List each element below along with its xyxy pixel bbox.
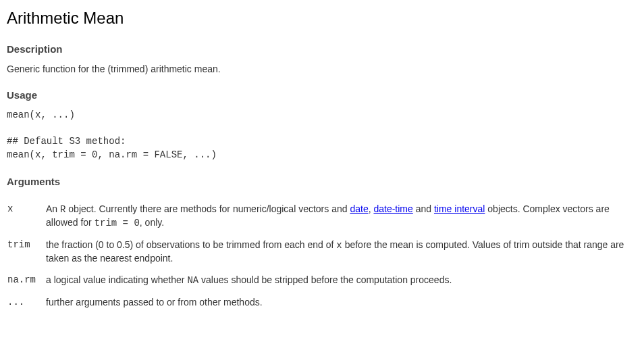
argument-description: the fraction (0 to 0.5) of observations … xyxy=(45,238,637,266)
page-title: Arithmetic Mean xyxy=(7,7,637,30)
description-heading: Description xyxy=(7,42,637,56)
argument-name: trim xyxy=(7,238,45,266)
inline-code: x xyxy=(336,240,342,251)
inline-code: NA xyxy=(187,275,198,286)
argument-name: x xyxy=(7,202,45,231)
argument-name: na.rm xyxy=(7,273,45,289)
argument-description: An R object. Currently there are methods… xyxy=(45,202,637,231)
inline-code: R xyxy=(60,204,65,215)
usage-heading: Usage xyxy=(7,88,637,102)
argument-description: a logical value indicating whether NA va… xyxy=(45,273,637,289)
inline-code: trim = 0 xyxy=(95,218,140,228)
argument-row: ...further arguments passed to or from o… xyxy=(7,295,637,310)
doc-link[interactable]: date-time xyxy=(373,203,412,214)
argument-row: na.rma logical value indicating whether … xyxy=(7,273,637,289)
description-text: Generic function for the (trimmed) arith… xyxy=(7,63,637,76)
arguments-table: xAn R object. Currently there are method… xyxy=(7,195,637,317)
usage-code: mean(x, ...) ## Default S3 method: mean(… xyxy=(7,109,637,162)
argument-description: further arguments passed to or from othe… xyxy=(45,295,637,310)
argument-name: ... xyxy=(7,295,45,310)
doc-link[interactable]: time interval xyxy=(434,203,485,214)
arguments-heading: Arguments xyxy=(7,174,637,189)
doc-link[interactable]: date xyxy=(350,203,368,214)
argument-row: xAn R object. Currently there are method… xyxy=(7,202,637,231)
argument-row: trimthe fraction (0 to 0.5) of observati… xyxy=(7,238,637,266)
